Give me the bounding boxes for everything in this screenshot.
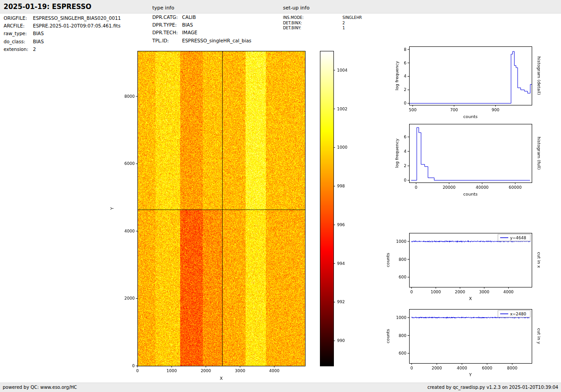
histogram_full-frame (410, 124, 532, 183)
cut_in_x-plot: 010002000300040006008001000Xcountscut in… (385, 233, 542, 301)
x-axis-label: counts (463, 114, 478, 119)
y-axis-label: log frequency (394, 138, 399, 168)
x-tick-label: 4000 (269, 369, 279, 373)
legend-label: y=4648 (510, 236, 526, 240)
footer-right-text: created by qc_rawdisp.py v1.2.3 on 2025-… (427, 385, 558, 390)
colorbar-tick-label: 992 (337, 300, 345, 304)
x-tick-label: 0 (410, 290, 413, 294)
x-tick-label: 4000 (503, 290, 514, 294)
cut_in_y-frame (410, 310, 532, 364)
y-tick-label: 8 (404, 47, 406, 52)
colorbar-tick-label: 1002 (337, 107, 347, 111)
x-tick-label: 1000 (166, 369, 177, 373)
cut_in_x-series-line (411, 241, 530, 242)
x-tick-label: 2000 (432, 366, 442, 370)
x-tick-label: 1000 (431, 290, 441, 294)
cut_in_y-legend (498, 310, 530, 317)
y-axis-label: Y (109, 207, 114, 210)
histogram_detail-frame (410, 47, 532, 105)
y-tick-label: 1000 (396, 315, 406, 320)
x-axis-label: X (469, 296, 472, 301)
y-tick-label: 4 (404, 74, 406, 78)
cut_in_y-plot: 020004000600080006008001000Ycountscut in… (385, 310, 542, 378)
x-tick-label: 0 (410, 366, 413, 370)
y-axis-label: counts (385, 329, 390, 343)
x-tick-label: 3000 (235, 369, 245, 373)
legend-label: x=2480 (510, 312, 526, 316)
y-tick-label: 8000 (124, 94, 135, 99)
histogram_full-series-line (411, 128, 530, 180)
x-axis-label: counts (463, 191, 478, 196)
x-tick-label: 20000 (442, 185, 456, 190)
raw-image-canvas (137, 51, 305, 366)
y-tick-label: 2 (404, 87, 406, 92)
colorbar-tick-label: 990 (337, 338, 345, 343)
cut_in_x-legend (498, 234, 530, 241)
side-label: histogram (detail) (537, 56, 542, 95)
footer-bar: powered by QC: www.eso.org/HC created by… (0, 383, 561, 392)
colorbar-tick-label: 1000 (337, 145, 347, 150)
y-tick-label: 600 (399, 275, 406, 279)
qc-report-page: 2025-01-19: ESPRESSO type info set-up in… (0, 0, 561, 392)
side-label: histogram (full) (537, 137, 542, 169)
histogram_detail-plot: 50070090002468countslog frequencyhistogr… (394, 47, 542, 119)
cut_in_x-frame (410, 233, 532, 287)
x-axis-label: Y (469, 372, 472, 377)
x-tick-label: 3000 (479, 290, 489, 294)
colorbar-tick-label: 1004 (337, 68, 347, 73)
x-tick-label: 0 (136, 369, 139, 373)
colorbar-tick-label: 998 (337, 184, 345, 188)
y-tick-label: 4 (404, 149, 406, 154)
y-tick-label: 800 (399, 333, 406, 338)
y-tick-label: 2 (404, 164, 406, 168)
colorbar-tick-label: 996 (337, 223, 345, 227)
x-axis-label: X (220, 376, 223, 381)
y-tick-label: 0 (404, 101, 406, 105)
y-tick-label: 4000 (124, 229, 135, 233)
histogram_detail-series-line (409, 51, 532, 103)
x-tick-label: 700 (450, 108, 458, 112)
colorbar-canvas (320, 51, 333, 366)
x-tick-label: 8000 (507, 366, 517, 370)
y-tick-label: 1000 (396, 239, 406, 244)
side-label: cut in y (537, 328, 542, 344)
y-tick-label: 600 (399, 351, 406, 356)
x-tick-label: 2000 (455, 290, 465, 294)
y-tick-label: 0 (132, 364, 135, 368)
y-tick-label: 6 (404, 61, 406, 65)
y-axis-label: counts (385, 253, 390, 267)
y-tick-label: 0 (404, 178, 406, 182)
x-tick-label: 40000 (476, 185, 489, 190)
x-tick-label: 60000 (509, 185, 522, 190)
colorbar-tick-label: 994 (337, 261, 345, 266)
histogram_full-plot: 02000040000600000246countslog frequencyh… (394, 124, 542, 197)
cut_in_y-series-line (412, 317, 529, 319)
x-tick-label: 500 (409, 108, 416, 112)
x-tick-label: 900 (492, 108, 499, 112)
y-tick-label: 800 (399, 257, 406, 262)
x-tick-label: 2000 (201, 369, 211, 373)
plots-area: 9909929949969981000100210040100020003000… (0, 0, 561, 392)
side-label: cut in x (537, 252, 542, 268)
x-tick-label: 6000 (482, 366, 493, 370)
y-tick-label: 2000 (124, 296, 135, 301)
x-tick-label: 4000 (457, 366, 467, 370)
y-tick-label: 6000 (124, 161, 135, 166)
footer-left-text: powered by QC: www.eso.org/HC (3, 385, 77, 390)
x-tick-label: 0 (415, 185, 418, 190)
y-tick-label: 6 (404, 135, 406, 139)
y-axis-label: log frequency (394, 61, 399, 91)
